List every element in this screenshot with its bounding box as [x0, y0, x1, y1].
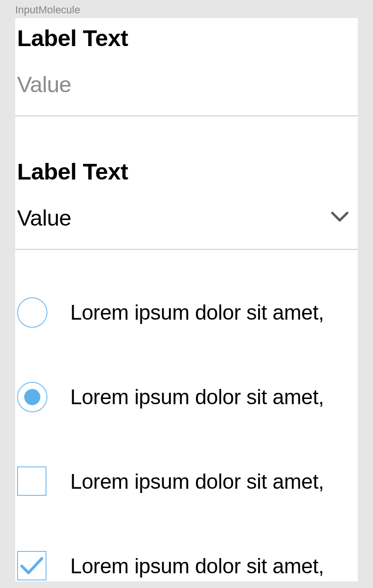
option-label: Lorem ipsum dolor sit amet,	[70, 385, 324, 409]
chevron-down-icon	[331, 212, 348, 224]
radio-unchecked-icon	[17, 297, 47, 328]
component-title: InputMolecule	[0, 0, 373, 18]
radio-option[interactable]: Lorem ipsum dolor sit amet,	[15, 382, 358, 412]
select-input[interactable]: Value	[15, 185, 358, 250]
spacer	[15, 116, 358, 152]
checkbox-option[interactable]: Lorem ipsum dolor sit amet,	[15, 551, 358, 581]
text-input-placeholder: Value	[17, 71, 71, 97]
option-label: Lorem ipsum dolor sit amet,	[70, 554, 324, 578]
select-field-label: Label Text	[15, 152, 358, 185]
select-input-value: Value	[17, 205, 71, 231]
checkbox-unchecked-icon	[17, 466, 47, 497]
text-field-group: Label Text Value	[15, 18, 358, 116]
select-field-group: Label Text Value	[15, 152, 358, 250]
checkbox-option[interactable]: Lorem ipsum dolor sit amet,	[15, 466, 358, 497]
text-field-label: Label Text	[15, 18, 358, 51]
option-label: Lorem ipsum dolor sit amet,	[70, 301, 324, 324]
component-card: Label Text Value Label Text Value Lorem …	[15, 18, 358, 581]
option-label: Lorem ipsum dolor sit amet,	[70, 470, 324, 493]
checkbox-checked-icon	[17, 551, 47, 581]
text-input[interactable]: Value	[15, 51, 358, 116]
radio-option[interactable]: Lorem ipsum dolor sit amet,	[15, 297, 358, 328]
options-list: Lorem ipsum dolor sit amet, Lorem ipsum …	[15, 250, 358, 581]
radio-checked-icon	[17, 382, 47, 412]
